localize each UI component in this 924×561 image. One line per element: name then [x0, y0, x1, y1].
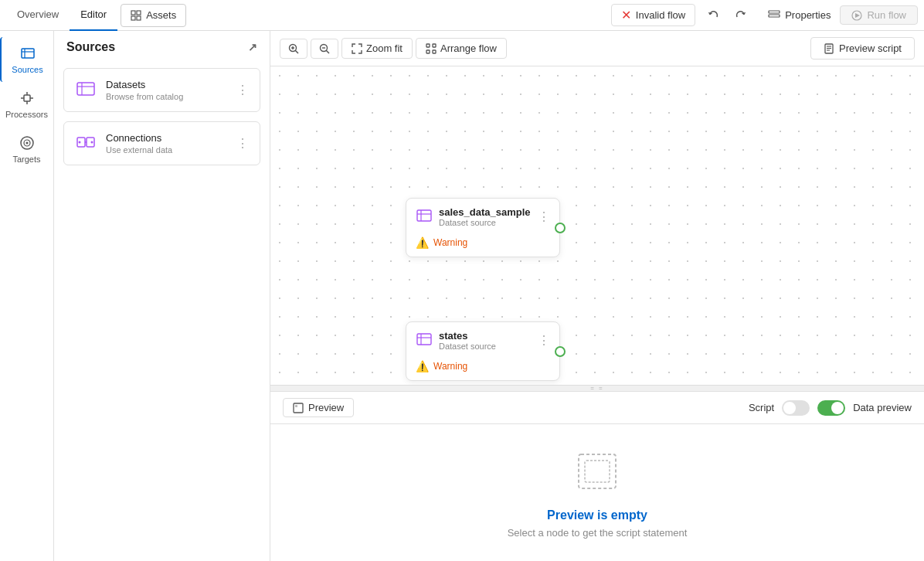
warning-icon-1: ⚠️ [416, 236, 429, 249]
targets-icon [19, 134, 36, 151]
svg-marker-7 [855, 13, 860, 18]
svg-rect-3 [137, 16, 141, 20]
svg-point-18 [25, 142, 28, 144]
svg-rect-45 [417, 334, 431, 345]
assets-icon [131, 10, 141, 21]
zoom-in-button[interactable] [280, 39, 307, 59]
redo-icon [734, 9, 746, 22]
canvas-toolbar: Zoom fit Arrange flow [270, 31, 924, 66]
preview-toggles: Script Data preview [749, 400, 912, 416]
svg-rect-5 [769, 15, 780, 17]
left-sidebar: Sources Processors Targets [0, 31, 54, 561]
preview-content: Preview is empty Select a node to get th… [270, 424, 924, 561]
properties-button[interactable]: Properties [759, 6, 840, 25]
flow-node-sales-header: sales_data_sample Dataset source ⋮ [406, 199, 559, 232]
undo-redo-group [701, 3, 752, 28]
svg-line-32 [326, 50, 329, 53]
sources-header: Sources ↗ [54, 31, 270, 63]
canvas-split: Zoom fit Arrange flow [270, 31, 924, 561]
svg-point-26 [91, 141, 93, 144]
preview-empty-icon [572, 447, 622, 496]
datasets-icon [75, 78, 97, 102]
undo-button[interactable] [701, 3, 726, 28]
invalid-icon: ✕ [621, 8, 631, 22]
arrange-icon [426, 43, 437, 54]
connections-info: Connections Use external data [106, 132, 227, 155]
expand-icon[interactable]: ↗ [248, 41, 257, 53]
invalid-flow-button[interactable]: ✕ Invalid flow [611, 4, 695, 26]
svg-rect-2 [131, 16, 135, 20]
script-toggle[interactable] [782, 400, 810, 416]
dataset-icon-2 [416, 331, 433, 350]
tab-editor[interactable]: Editor [70, 0, 117, 31]
flow-node-states-menu[interactable]: ⋮ [538, 333, 550, 348]
svg-rect-0 [131, 11, 135, 15]
tab-overview[interactable]: Overview [6, 0, 70, 31]
canvas-top: Zoom fit Arrange flow [270, 31, 924, 385]
main-layout: Sources Processors Targets Sources ↗ [0, 31, 924, 561]
zoom-out-icon [319, 43, 330, 54]
svg-rect-49 [295, 405, 297, 407]
svg-rect-42 [417, 210, 431, 221]
connections-card[interactable]: Connections Use external data ⋮ [63, 121, 260, 165]
sidebar-item-sources[interactable]: Sources [0, 37, 53, 82]
top-nav: Overview Editor Assets ✕ Invalid flow [0, 0, 924, 31]
arrange-flow-button[interactable]: Arrange flow [416, 38, 507, 59]
flow-node-states-warning: ⚠️ Warning [406, 355, 559, 380]
svg-rect-19 [77, 83, 94, 95]
sidebar-item-targets[interactable]: Targets [0, 127, 53, 172]
preview-script-button[interactable]: Preview script [810, 37, 915, 60]
svg-rect-8 [22, 49, 34, 58]
svg-rect-37 [433, 50, 436, 53]
data-preview-toggle[interactable] [817, 400, 845, 416]
svg-rect-4 [769, 11, 780, 13]
flow-node-sales-info: sales_data_sample Dataset source [439, 206, 532, 227]
svg-point-25 [79, 141, 81, 144]
flow-node-states-info: states Dataset source [439, 330, 532, 351]
zoom-fit-icon [352, 43, 362, 54]
preview-panel: Preview Script Data preview [270, 391, 924, 561]
run-flow-button[interactable]: Run flow [840, 5, 918, 25]
zoom-out-button[interactable] [311, 39, 338, 59]
connector-dot-1[interactable] [555, 223, 566, 233]
datasets-menu[interactable]: ⋮ [236, 83, 249, 97]
svg-rect-35 [433, 44, 436, 47]
preview-panel-header: Preview Script Data preview [270, 392, 924, 424]
properties-icon [768, 9, 780, 22]
sources-panel: Sources ↗ Datasets Browse from catalog ⋮ [54, 31, 270, 561]
sources-icon [19, 45, 36, 62]
canvas-grid[interactable]: sales_data_sample Dataset source ⋮ ⚠️ Wa… [270, 66, 924, 385]
flow-node-sales[interactable]: sales_data_sample Dataset source ⋮ ⚠️ Wa… [406, 198, 560, 257]
run-icon [851, 10, 862, 21]
svg-rect-34 [426, 44, 430, 47]
datasets-card[interactable]: Datasets Browse from catalog ⋮ [63, 68, 260, 112]
svg-line-28 [295, 50, 298, 53]
resize-handle[interactable]: = = [270, 385, 924, 391]
svg-rect-1 [137, 11, 141, 15]
redo-button[interactable] [728, 3, 752, 28]
flow-node-sales-warning: ⚠️ Warning [406, 232, 559, 257]
datasets-info: Datasets Browse from catalog [106, 79, 227, 101]
zoom-fit-button[interactable]: Zoom fit [341, 38, 413, 59]
script-icon [824, 43, 834, 54]
zoom-in-icon [288, 43, 299, 54]
flow-node-sales-menu[interactable]: ⋮ [538, 209, 550, 224]
undo-icon [708, 9, 720, 22]
svg-rect-48 [294, 403, 303, 413]
dataset-icon-1 [416, 207, 433, 226]
preview-button[interactable]: Preview [283, 398, 354, 417]
connector-dot-2[interactable] [555, 346, 566, 357]
svg-rect-11 [24, 95, 30, 101]
flow-node-states-header: states Dataset source ⋮ [406, 322, 559, 355]
warning-icon-2: ⚠️ [416, 360, 429, 372]
processors-icon [19, 90, 36, 107]
preview-icon [293, 403, 304, 413]
tab-assets[interactable]: Assets [121, 4, 186, 27]
svg-rect-36 [426, 50, 430, 53]
svg-rect-50 [579, 454, 616, 488]
svg-rect-51 [585, 461, 610, 482]
flow-node-states[interactable]: states Dataset source ⋮ ⚠️ Warning [406, 321, 560, 381]
connections-menu[interactable]: ⋮ [236, 136, 249, 151]
sidebar-item-processors[interactable]: Processors [0, 82, 53, 127]
connections-icon [75, 131, 97, 155]
